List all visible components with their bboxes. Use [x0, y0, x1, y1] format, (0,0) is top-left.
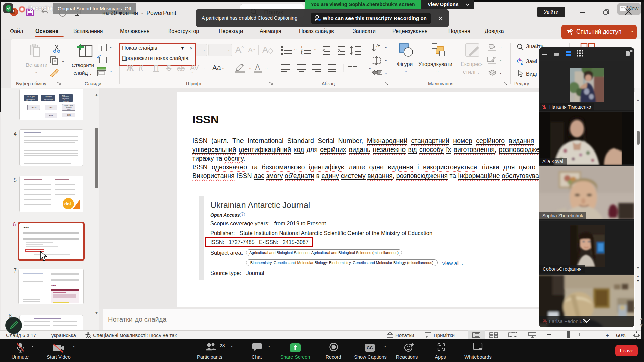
- svg-text:3: 3: [301, 52, 303, 56]
